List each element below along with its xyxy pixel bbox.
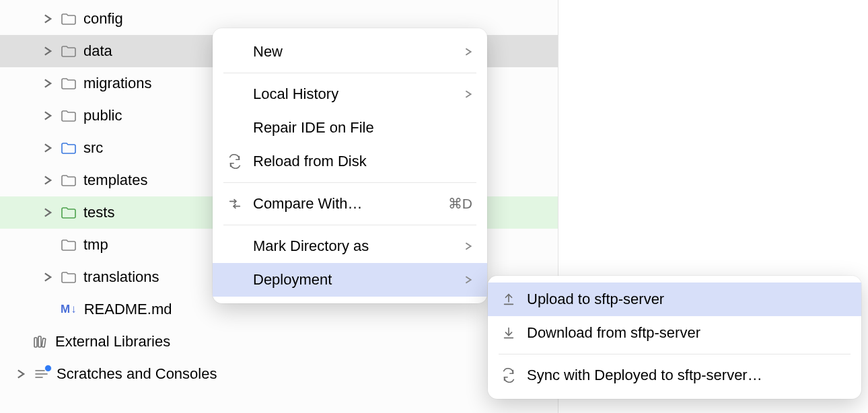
svg-rect-0 — [34, 338, 37, 347]
chevron-right-icon[interactable] — [42, 272, 54, 282]
submenu-item-upload[interactable]: Upload to sftp-server — [488, 283, 861, 316]
sync-icon — [500, 368, 517, 383]
tree-item-label: External Libraries — [55, 333, 170, 350]
tree-item-external-libraries[interactable]: External Libraries — [0, 326, 558, 358]
menu-separator — [223, 225, 476, 225]
tree-item-scratches[interactable]: Scratches and Consoles — [0, 358, 558, 390]
submenu-item-label: Sync with Deployed to sftp-server… — [527, 367, 844, 384]
library-icon — [32, 334, 48, 349]
menu-item-repair-ide[interactable]: Repair IDE on File — [213, 111, 487, 145]
folder-icon — [61, 173, 77, 188]
submenu-arrow-icon — [455, 90, 472, 98]
folder-icon — [61, 141, 77, 155]
menu-item-label: New — [253, 43, 445, 61]
submenu-item-label: Download from sftp-server — [527, 324, 844, 342]
tree-item-label: translations — [83, 268, 159, 286]
chevron-right-icon[interactable] — [42, 208, 54, 217]
menu-item-label: Compare With… — [253, 195, 439, 213]
chevron-right-icon[interactable] — [42, 79, 54, 88]
menu-item-reload-from-disk[interactable]: Reload from Disk — [213, 145, 487, 178]
folder-icon — [61, 11, 77, 26]
menu-separator — [499, 354, 851, 354]
menu-item-label: Reload from Disk — [253, 153, 445, 170]
menu-item-deployment[interactable]: Deployment — [213, 263, 487, 297]
tree-item-label: public — [83, 107, 122, 124]
chevron-right-icon[interactable] — [42, 111, 54, 120]
menu-item-label: Mark Directory as — [253, 237, 445, 255]
menu-item-label: Local History — [253, 85, 445, 103]
menu-item-new[interactable]: New — [213, 35, 487, 69]
submenu-item-sync[interactable]: Sync with Deployed to sftp-server… — [488, 359, 861, 392]
folder-icon — [61, 76, 77, 91]
submenu-item-label: Upload to sftp-server — [527, 291, 844, 308]
folder-icon — [61, 44, 77, 59]
folder-icon — [61, 270, 77, 285]
chevron-right-icon[interactable] — [42, 176, 54, 185]
menu-item-label: Repair IDE on File — [253, 119, 445, 137]
tree-item-label: tests — [83, 204, 114, 221]
markdown-file-icon: M↓ — [61, 303, 77, 316]
menu-item-local-history[interactable]: Local History — [213, 77, 487, 111]
folder-icon — [61, 205, 77, 220]
upload-icon — [500, 292, 517, 307]
folder-icon — [61, 237, 77, 252]
tree-item-label: templates — [83, 172, 147, 189]
scratches-icon — [34, 367, 50, 381]
menu-item-compare-with[interactable]: Compare With… ⌘D — [213, 187, 487, 221]
menu-item-label: Deployment — [253, 271, 445, 289]
tree-item-label: data — [83, 42, 112, 60]
submenu-arrow-icon — [455, 276, 472, 284]
tree-item-label: tmp — [83, 236, 108, 254]
tree-item-label: src — [83, 139, 103, 157]
submenu-arrow-icon — [455, 48, 472, 56]
menu-separator — [223, 73, 476, 73]
chevron-right-icon[interactable] — [42, 46, 54, 56]
chevron-right-icon[interactable] — [42, 14, 54, 24]
download-icon — [500, 326, 517, 340]
submenu-item-download[interactable]: Download from sftp-server — [488, 316, 861, 350]
menu-item-mark-directory-as[interactable]: Mark Directory as — [213, 229, 487, 263]
tree-item-label: config — [83, 10, 123, 28]
folder-icon — [61, 108, 77, 123]
tree-item-label: Scratches and Consoles — [57, 365, 217, 383]
tree-item-label: README.md — [84, 301, 172, 318]
menu-shortcut: ⌘D — [448, 196, 472, 212]
chevron-right-icon[interactable] — [15, 369, 27, 379]
chevron-right-icon[interactable] — [42, 143, 54, 153]
submenu-arrow-icon — [455, 242, 472, 250]
tree-item-label: migrations — [83, 75, 151, 92]
menu-separator — [223, 182, 476, 183]
reload-icon — [226, 154, 244, 169]
context-menu[interactable]: New Local History Repair IDE on File Rel… — [213, 28, 487, 303]
svg-rect-2 — [42, 338, 46, 347]
deployment-submenu[interactable]: Upload to sftp-server Download from sftp… — [488, 276, 861, 399]
svg-rect-1 — [38, 336, 41, 347]
compare-icon — [226, 196, 244, 211]
